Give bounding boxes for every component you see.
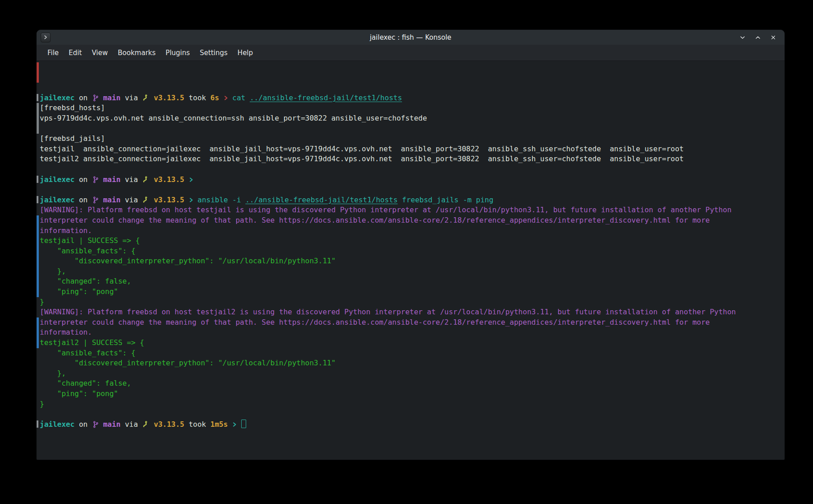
terminal-text-segment: "changed": false, [40, 379, 131, 387]
terminal-line [37, 62, 785, 73]
git-branch-icon [92, 421, 99, 428]
terminal-text-segment [184, 175, 189, 184]
terminal-line: } [37, 297, 785, 308]
python-icon [142, 176, 150, 183]
terminal-line: "ping": "pong" [37, 287, 785, 297]
terminal-text-segment: ansible -i [193, 196, 246, 204]
terminal-text-segment: via [121, 420, 142, 429]
icon-wrap [142, 93, 150, 102]
menu-item-help[interactable]: Help [233, 47, 258, 59]
terminal-text-segment: "ping": "pong" [40, 389, 118, 398]
file-path-link[interactable]: ../ansible-freebsd-jail/test1/hosts [250, 93, 402, 102]
terminal-line: "changed": false, [37, 378, 785, 389]
terminal-text-segment: } [40, 298, 44, 306]
file-path-link[interactable]: ../ansible-freebsd-jail/test1/hosts [245, 196, 397, 204]
terminal-text-segment: [WARNING]: Platform freebsd on host test… [40, 205, 732, 214]
terminal-line: jailexec on main via v3.13.5 ansible -i … [37, 195, 785, 205]
error-output-marker [37, 73, 39, 83]
konsole-app-icon [41, 33, 51, 42]
terminal-text-segment: took [184, 420, 210, 429]
terminal-text-segment: "discovered_interpreter_python": "/usr/l… [40, 359, 336, 367]
icon-wrap [92, 93, 99, 102]
python-icon [142, 94, 150, 102]
terminal-line: "changed": false, [37, 276, 785, 287]
icon-wrap [189, 175, 193, 184]
chevron-up-icon [755, 35, 761, 40]
terminal-text-segment: on [75, 175, 92, 184]
command-output-marker [37, 124, 39, 134]
terminal-text-segment: testjail | SUCCESS => { [40, 236, 140, 245]
terminal-line: "discovered_interpreter_python": "/usr/l… [37, 256, 785, 266]
terminal-text-segment: jailexec [40, 196, 75, 204]
terminal-text-segment: }, [40, 267, 66, 275]
terminal-text-segment: information. [40, 328, 92, 336]
terminal-text-segment [219, 93, 224, 102]
command-output-marker [37, 215, 39, 226]
git-branch-icon [92, 94, 99, 102]
menu-item-bookmarks[interactable]: Bookmarks [113, 47, 161, 59]
terminal-text-segment: 1m5s [210, 420, 228, 429]
terminal-line: testjail ansible_connection=jailexec ans… [37, 144, 785, 154]
close-button[interactable] [768, 33, 778, 42]
git-branch-icon [92, 196, 99, 204]
terminal-line: interpreter could change the meaning of … [37, 215, 785, 226]
menu-item-file[interactable]: File [42, 47, 64, 59]
git-branch-icon [92, 176, 99, 183]
icon-wrap [232, 420, 237, 429]
terminal-text-segment: jailexec [40, 175, 75, 184]
command-output-marker [37, 266, 39, 277]
terminal-text-segment: jailexec [40, 420, 75, 429]
command-input-marker [37, 176, 38, 183]
terminal-line [37, 83, 785, 93]
terminal-text-segment: "ansible_facts": { [40, 247, 136, 255]
terminal-line: }, [37, 266, 785, 277]
menu-item-plugins[interactable]: Plugins [161, 47, 195, 59]
terminal-line [37, 124, 785, 134]
titlebar[interactable]: jailexec : fish — Konsole [37, 30, 785, 45]
terminal-line [37, 409, 785, 420]
chevron-down-icon [740, 35, 745, 40]
terminal-line: information. [37, 226, 785, 236]
icon-wrap [142, 196, 150, 204]
menu-item-view[interactable]: View [87, 47, 113, 59]
terminal-line: "ansible_facts": { [37, 348, 785, 359]
command-output-marker [37, 236, 39, 246]
terminal-viewport[interactable]: jailexec on main via v3.13.5 took 6s cat… [37, 61, 785, 460]
terminal-text-segment: } [40, 400, 44, 408]
terminal-line: [freebsd_jails] [37, 134, 785, 144]
command-output-marker [37, 276, 39, 287]
terminal-text-segment: }, [40, 369, 66, 378]
terminal-text-segment: main [99, 93, 121, 102]
command-input-marker [37, 94, 38, 102]
terminal-text-segment: "changed": false, [40, 277, 131, 285]
terminal-line: [freebsd_hosts] [37, 103, 785, 113]
terminal-text-segment: v3.13.5 [150, 175, 184, 184]
close-icon [771, 35, 776, 40]
command-input-marker [37, 196, 38, 204]
maximize-button[interactable] [753, 33, 763, 42]
prompt-glyph-icon [43, 34, 48, 40]
terminal-text-segment: v3.13.5 [150, 196, 184, 204]
command-input-marker [37, 420, 38, 428]
terminal-text-segment: [WARNING]: Platform freebsd on host test… [40, 308, 736, 316]
terminal-line: "ansible_facts": { [37, 246, 785, 257]
terminal-line: information. [37, 327, 785, 338]
terminal-text-segment: interpreter could change the meaning of … [40, 216, 710, 224]
terminal-line: "discovered_interpreter_python": "/usr/l… [37, 358, 785, 369]
menu-item-settings[interactable]: Settings [195, 47, 233, 59]
terminal-text-segment: via [121, 93, 142, 102]
terminal-text-segment: testjail2 ansible_connection=jailexec an… [40, 154, 684, 163]
terminal-text-segment [184, 196, 189, 204]
terminal-line: interpreter could change the meaning of … [37, 317, 785, 328]
icon-wrap [224, 93, 228, 102]
terminal-text-segment: main [99, 175, 121, 184]
command-output-marker [37, 246, 39, 257]
command-output-marker [37, 317, 39, 328]
command-output-marker [37, 256, 39, 266]
command-output-marker [37, 113, 39, 124]
minimize-button[interactable] [738, 33, 748, 42]
menu-item-edit[interactable]: Edit [64, 47, 87, 59]
terminal-line: vps-9719dd4c.vps.ovh.net ansible_connect… [37, 113, 785, 124]
terminal-text-segment: "ansible_facts": { [40, 349, 136, 357]
icon-wrap [92, 175, 99, 184]
